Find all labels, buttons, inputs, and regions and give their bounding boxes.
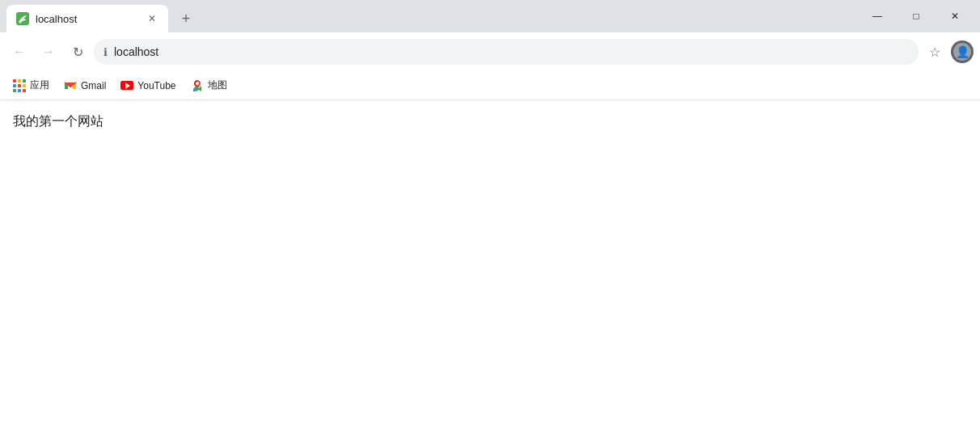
back-icon: ← bbox=[13, 45, 26, 59]
forward-button[interactable]: → bbox=[36, 39, 61, 65]
back-button[interactable]: ← bbox=[6, 39, 32, 65]
svg-point-2 bbox=[196, 82, 199, 85]
window-close-button[interactable]: ✕ bbox=[936, 3, 974, 29]
minimize-icon: — bbox=[872, 11, 882, 22]
navigation-bar: ← → ↻ ℹ localhost ☆ 👤 bbox=[0, 32, 980, 71]
window-controls: — □ ✕ bbox=[859, 3, 974, 29]
address-bar[interactable]: ℹ localhost bbox=[94, 39, 919, 65]
tab-favicon bbox=[16, 12, 29, 25]
refresh-button[interactable]: ↻ bbox=[65, 39, 91, 65]
youtube-icon bbox=[120, 79, 133, 92]
bookmark-apps[interactable]: 应用 bbox=[6, 75, 56, 95]
star-icon: ☆ bbox=[929, 45, 940, 60]
window-close-icon: ✕ bbox=[951, 11, 959, 22]
bookmark-maps[interactable]: 地图 bbox=[184, 75, 234, 95]
plus-icon: + bbox=[182, 11, 191, 28]
lock-icon: ℹ bbox=[103, 46, 108, 58]
bookmark-apps-label: 应用 bbox=[30, 78, 49, 92]
maps-icon bbox=[191, 79, 204, 92]
page-content: 我的第一个网站 bbox=[0, 100, 980, 437]
maximize-button[interactable]: □ bbox=[898, 3, 935, 29]
apps-grid-icon bbox=[13, 79, 26, 92]
bookmark-gmail-label: Gmail bbox=[81, 80, 106, 91]
maximize-icon: □ bbox=[913, 11, 919, 22]
profile-button[interactable]: 👤 bbox=[951, 40, 974, 63]
gmail-icon bbox=[64, 79, 77, 92]
bookmark-star-button[interactable]: ☆ bbox=[922, 39, 948, 65]
tab-close-button[interactable]: ✕ bbox=[146, 12, 158, 25]
bookmarks-bar: 应用 Gmail YouTub bbox=[0, 71, 980, 100]
profile-icon: 👤 bbox=[956, 45, 969, 58]
new-tab-button[interactable]: + bbox=[175, 7, 197, 30]
tab-title: localhost bbox=[36, 13, 139, 25]
bookmark-maps-label: 地图 bbox=[208, 78, 227, 92]
nav-right-icons: ☆ 👤 bbox=[922, 39, 974, 65]
tab-area: localhost ✕ + bbox=[6, 0, 859, 32]
close-icon: ✕ bbox=[148, 13, 156, 24]
forward-icon: → bbox=[42, 45, 55, 59]
browser-chrome: localhost ✕ + — □ ✕ ← bbox=[0, 0, 980, 100]
active-tab[interactable]: localhost ✕ bbox=[6, 5, 168, 32]
avatar: 👤 bbox=[953, 43, 971, 61]
title-bar: localhost ✕ + — □ ✕ bbox=[0, 0, 980, 32]
bookmark-youtube-label: YouTube bbox=[137, 80, 175, 91]
url-text: localhost bbox=[114, 45, 909, 58]
minimize-button[interactable]: — bbox=[859, 3, 896, 29]
page-main-heading: 我的第一个网站 bbox=[13, 113, 967, 130]
bookmark-gmail[interactable]: Gmail bbox=[57, 76, 112, 95]
refresh-icon: ↻ bbox=[73, 45, 83, 60]
bookmark-youtube[interactable]: YouTube bbox=[114, 76, 182, 95]
